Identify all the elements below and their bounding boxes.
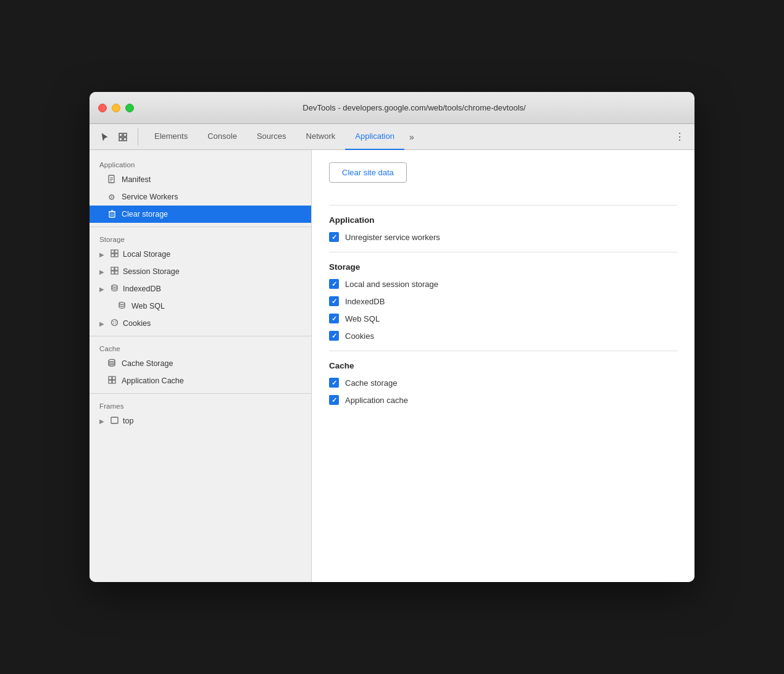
web-sql-label: Web SQL	[131, 302, 165, 310]
svg-rect-17	[111, 267, 114, 270]
session-storage-label: Session Storage	[123, 267, 180, 276]
svg-rect-8	[109, 212, 115, 217]
close-button[interactable]	[98, 104, 107, 112]
application-cache-main-label: Application cache	[345, 396, 408, 405]
sidebar-item-local-storage[interactable]: ▶ Local Storage	[90, 246, 311, 263]
indexeddb-label: IndexedDB	[123, 285, 161, 293]
window-title: DevTools - developers.google.com/web/too…	[143, 103, 686, 112]
divider-main-2	[329, 252, 677, 252]
svg-rect-0	[119, 133, 122, 136]
sidebar-item-service-workers[interactable]: ⚙ Service Workers	[90, 188, 311, 206]
sidebar-section-cache-header: Cache	[90, 340, 311, 355]
tab-network[interactable]: Network	[296, 124, 346, 150]
sidebar: Application Manifest ⚙ Service Workers	[90, 150, 312, 582]
checkbox-icon-local-session[interactable]	[329, 279, 339, 289]
svg-rect-19	[111, 271, 114, 274]
tab-sources[interactable]: Sources	[247, 124, 296, 150]
divider-3	[90, 393, 311, 394]
sidebar-item-application-cache[interactable]: Application Cache	[90, 372, 311, 389]
chevron-right-icon-2: ▶	[99, 268, 106, 275]
svg-rect-30	[109, 377, 112, 380]
tabs: Elements Console Sources Network Applica…	[144, 124, 671, 150]
minimize-button[interactable]	[112, 104, 120, 112]
sidebar-section-storage-header: Storage	[90, 231, 311, 246]
svg-rect-13	[111, 250, 114, 253]
unregister-sw-label: Unregister service workers	[345, 233, 440, 242]
svg-rect-31	[112, 377, 115, 380]
checkbox-local-session[interactable]: Local and session storage	[329, 279, 677, 289]
content: Application Manifest ⚙ Service Workers	[90, 150, 694, 582]
checkbox-cookies[interactable]: Cookies	[329, 331, 677, 341]
grid-icon-local	[109, 249, 119, 259]
sidebar-item-clear-storage[interactable]: Clear storage	[90, 206, 311, 223]
svg-rect-2	[119, 138, 122, 141]
devtools-window: DevTools - developers.google.com/web/too…	[90, 92, 694, 582]
sidebar-item-cache-storage[interactable]: Cache Storage	[90, 355, 311, 372]
maximize-button[interactable]	[125, 104, 134, 112]
cookie-icon	[109, 318, 119, 328]
toolbar-icons	[96, 128, 138, 146]
chevron-right-icon: ▶	[99, 251, 106, 258]
indexeddb-main-label: IndexedDB	[345, 297, 385, 306]
svg-point-21	[112, 285, 117, 288]
chevron-right-icon-4: ▶	[99, 320, 106, 327]
more-tabs-button[interactable]: »	[404, 132, 419, 142]
clear-site-data-button[interactable]: Clear site data	[329, 162, 407, 183]
sidebar-item-session-storage[interactable]: ▶ Session Storage	[90, 263, 311, 280]
manifest-label: Manifest	[122, 175, 151, 184]
menu-icon[interactable]: ⋮	[671, 128, 688, 146]
sidebar-section-frames-header: Frames	[90, 397, 311, 412]
checkbox-web-sql[interactable]: Web SQL	[329, 314, 677, 323]
cookies-main-label: Cookies	[345, 331, 374, 341]
svg-rect-14	[115, 250, 118, 253]
titlebar: DevTools - developers.google.com/web/too…	[90, 92, 694, 124]
checkbox-cache-storage[interactable]: Cache storage	[329, 378, 677, 388]
svg-rect-16	[115, 254, 118, 257]
top-frame-label: top	[123, 417, 133, 425]
checkbox-application-cache[interactable]: Application cache	[329, 395, 677, 405]
svg-rect-1	[123, 133, 127, 136]
sidebar-section-application-header: Application	[90, 156, 311, 171]
checkbox-icon-unregister[interactable]	[329, 232, 339, 242]
svg-rect-32	[109, 380, 112, 383]
main-panel: Clear site data Application Unregister s…	[312, 150, 694, 582]
checkbox-icon-cache-storage[interactable]	[329, 378, 339, 388]
svg-point-25	[114, 320, 115, 322]
frame-icon	[109, 417, 119, 426]
checkbox-unregister-sw[interactable]: Unregister service workers	[329, 232, 677, 242]
sidebar-item-web-sql[interactable]: Web SQL	[90, 297, 311, 315]
sidebar-item-cookies[interactable]: ▶ Cookies	[90, 315, 311, 332]
toolbar: Elements Console Sources Network Applica…	[90, 124, 694, 150]
tab-console[interactable]: Console	[198, 124, 247, 150]
tab-application[interactable]: Application	[345, 124, 404, 150]
panel-section-storage-title: Storage	[329, 262, 677, 272]
divider-2	[90, 336, 311, 336]
chevron-right-icon-5: ▶	[99, 418, 106, 425]
svg-point-29	[109, 359, 115, 362]
cache-storage-label: Cache Storage	[122, 359, 173, 368]
local-storage-label: Local Storage	[123, 250, 170, 259]
panel-section-cache-title: Cache	[329, 361, 677, 370]
grid-icon-session	[109, 267, 119, 277]
svg-rect-33	[112, 380, 115, 383]
checkbox-icon-cookies[interactable]	[329, 331, 339, 341]
sidebar-item-manifest[interactable]: Manifest	[90, 171, 311, 188]
svg-point-28	[115, 322, 116, 322]
db-icon-2	[117, 301, 127, 311]
checkbox-indexeddb[interactable]: IndexedDB	[329, 296, 677, 306]
local-session-label: Local and session storage	[345, 280, 438, 289]
svg-point-26	[113, 323, 114, 324]
divider-main-3	[329, 351, 677, 351]
sidebar-item-indexeddb[interactable]: ▶ IndexedDB	[90, 280, 311, 297]
tab-elements[interactable]: Elements	[144, 124, 198, 150]
traffic-lights	[98, 104, 134, 112]
gear-icon: ⚙	[107, 193, 117, 202]
sidebar-item-top-frame[interactable]: ▶ top	[90, 412, 311, 430]
cursor-icon[interactable]	[96, 128, 113, 146]
checkbox-icon-application-cache[interactable]	[329, 395, 339, 405]
checkbox-icon-indexeddb[interactable]	[329, 296, 339, 306]
svg-point-23	[111, 320, 117, 326]
checkbox-icon-web-sql[interactable]	[329, 314, 339, 323]
inspect-icon[interactable]	[114, 128, 131, 146]
grid-icon-app-cache	[107, 376, 117, 386]
